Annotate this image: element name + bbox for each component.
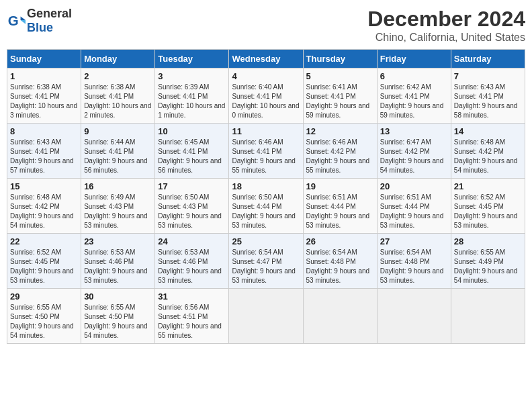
day-number: 15	[10, 181, 78, 191]
calendar-week-5: 29Sunrise: 6:55 AMSunset: 4:50 PMDayligh…	[7, 289, 525, 344]
day-detail: Sunrise: 6:51 AMSunset: 4:44 PMDaylight:…	[380, 193, 448, 230]
day-number: 23	[84, 236, 152, 246]
day-number: 11	[232, 126, 300, 136]
day-detail: Sunrise: 6:39 AMSunset: 4:41 PMDaylight:…	[158, 83, 226, 120]
calendar-header-row: SundayMondayTuesdayWednesdayThursdayFrid…	[7, 50, 525, 68]
day-detail: Sunrise: 6:54 AMSunset: 4:48 PMDaylight:…	[380, 248, 448, 285]
day-number: 27	[380, 236, 448, 246]
logo-general-text: General	[27, 7, 72, 20]
column-header-tuesday: Tuesday	[155, 50, 229, 68]
logo: G General Blue	[7, 7, 72, 35]
calendar-cell: 7Sunrise: 6:43 AMSunset: 4:41 PMDaylight…	[451, 68, 525, 124]
day-detail: Sunrise: 6:46 AMSunset: 4:41 PMDaylight:…	[232, 138, 300, 175]
month-title: December 2024	[367, 7, 525, 32]
day-detail: Sunrise: 6:50 AMSunset: 4:44 PMDaylight:…	[232, 193, 300, 230]
day-detail: Sunrise: 6:43 AMSunset: 4:41 PMDaylight:…	[454, 83, 522, 120]
day-number: 8	[10, 126, 78, 136]
day-detail: Sunrise: 6:46 AMSunset: 4:42 PMDaylight:…	[306, 138, 374, 175]
calendar-cell	[451, 289, 525, 344]
day-detail: Sunrise: 6:53 AMSunset: 4:46 PMDaylight:…	[84, 248, 152, 285]
day-detail: Sunrise: 6:48 AMSunset: 4:42 PMDaylight:…	[10, 193, 78, 230]
day-detail: Sunrise: 6:45 AMSunset: 4:41 PMDaylight:…	[158, 138, 226, 175]
calendar-cell	[303, 289, 377, 344]
calendar-cell: 5Sunrise: 6:41 AMSunset: 4:41 PMDaylight…	[303, 68, 377, 124]
day-number: 13	[380, 126, 448, 136]
svg-text:G: G	[8, 13, 19, 28]
calendar-cell: 27Sunrise: 6:54 AMSunset: 4:48 PMDayligh…	[377, 234, 451, 289]
day-detail: Sunrise: 6:50 AMSunset: 4:43 PMDaylight:…	[158, 193, 226, 230]
logo-blue-text: Blue	[27, 21, 53, 34]
day-detail: Sunrise: 6:54 AMSunset: 4:48 PMDaylight:…	[306, 248, 374, 285]
location-title: Chino, California, United States	[367, 32, 525, 44]
calendar-week-3: 15Sunrise: 6:48 AMSunset: 4:42 PMDayligh…	[7, 179, 525, 234]
day-number: 26	[306, 236, 374, 246]
day-detail: Sunrise: 6:54 AMSunset: 4:47 PMDaylight:…	[232, 248, 300, 285]
calendar-week-4: 22Sunrise: 6:52 AMSunset: 4:45 PMDayligh…	[7, 234, 525, 289]
calendar-cell: 31Sunrise: 6:56 AMSunset: 4:51 PMDayligh…	[155, 289, 229, 344]
day-number: 28	[454, 236, 522, 246]
day-number: 3	[158, 71, 226, 81]
calendar-cell: 3Sunrise: 6:39 AMSunset: 4:41 PMDaylight…	[155, 68, 229, 124]
calendar-cell: 4Sunrise: 6:40 AMSunset: 4:41 PMDaylight…	[229, 68, 303, 124]
day-number: 30	[84, 291, 152, 302]
day-number: 14	[454, 126, 522, 136]
day-detail: Sunrise: 6:40 AMSunset: 4:41 PMDaylight:…	[232, 83, 300, 120]
calendar-cell: 1Sunrise: 6:38 AMSunset: 4:41 PMDaylight…	[7, 68, 81, 124]
day-number: 6	[380, 71, 448, 81]
day-detail: Sunrise: 6:47 AMSunset: 4:42 PMDaylight:…	[380, 138, 448, 175]
day-number: 21	[454, 181, 522, 191]
calendar-cell: 10Sunrise: 6:45 AMSunset: 4:41 PMDayligh…	[155, 124, 229, 179]
calendar-cell: 21Sunrise: 6:52 AMSunset: 4:45 PMDayligh…	[451, 179, 525, 234]
day-detail: Sunrise: 6:53 AMSunset: 4:46 PMDaylight:…	[158, 248, 226, 285]
calendar-week-1: 1Sunrise: 6:38 AMSunset: 4:41 PMDaylight…	[7, 68, 525, 124]
calendar-cell: 28Sunrise: 6:55 AMSunset: 4:49 PMDayligh…	[451, 234, 525, 289]
calendar-cell: 23Sunrise: 6:53 AMSunset: 4:46 PMDayligh…	[81, 234, 155, 289]
calendar-cell: 20Sunrise: 6:51 AMSunset: 4:44 PMDayligh…	[377, 179, 451, 234]
calendar-cell: 30Sunrise: 6:55 AMSunset: 4:50 PMDayligh…	[81, 289, 155, 344]
column-header-wednesday: Wednesday	[229, 50, 303, 68]
day-number: 17	[158, 181, 226, 191]
day-number: 9	[84, 126, 152, 136]
calendar-cell: 22Sunrise: 6:52 AMSunset: 4:45 PMDayligh…	[7, 234, 81, 289]
calendar-table: SundayMondayTuesdayWednesdayThursdayFrid…	[7, 49, 525, 344]
day-number: 25	[232, 236, 300, 246]
column-header-monday: Monday	[81, 50, 155, 68]
day-number: 24	[158, 236, 226, 246]
day-number: 4	[232, 71, 300, 81]
day-detail: Sunrise: 6:43 AMSunset: 4:41 PMDaylight:…	[10, 138, 78, 175]
day-detail: Sunrise: 6:52 AMSunset: 4:45 PMDaylight:…	[454, 193, 522, 230]
column-header-saturday: Saturday	[451, 50, 525, 68]
calendar-cell: 12Sunrise: 6:46 AMSunset: 4:42 PMDayligh…	[303, 124, 377, 179]
column-header-friday: Friday	[377, 50, 451, 68]
calendar-cell: 15Sunrise: 6:48 AMSunset: 4:42 PMDayligh…	[7, 179, 81, 234]
logo-icon: G	[7, 11, 26, 30]
calendar-week-2: 8Sunrise: 6:43 AMSunset: 4:41 PMDaylight…	[7, 124, 525, 179]
svg-marker-2	[21, 20, 26, 24]
day-detail: Sunrise: 6:44 AMSunset: 4:41 PMDaylight:…	[84, 138, 152, 175]
calendar-cell: 17Sunrise: 6:50 AMSunset: 4:43 PMDayligh…	[155, 179, 229, 234]
day-number: 7	[454, 71, 522, 81]
calendar-cell: 9Sunrise: 6:44 AMSunset: 4:41 PMDaylight…	[81, 124, 155, 179]
calendar-cell: 11Sunrise: 6:46 AMSunset: 4:41 PMDayligh…	[229, 124, 303, 179]
day-number: 1	[10, 71, 78, 81]
day-number: 22	[10, 236, 78, 246]
day-detail: Sunrise: 6:55 AMSunset: 4:50 PMDaylight:…	[10, 303, 78, 340]
day-detail: Sunrise: 6:55 AMSunset: 4:50 PMDaylight:…	[84, 303, 152, 340]
calendar-cell: 8Sunrise: 6:43 AMSunset: 4:41 PMDaylight…	[7, 124, 81, 179]
calendar-cell: 13Sunrise: 6:47 AMSunset: 4:42 PMDayligh…	[377, 124, 451, 179]
calendar-cell: 24Sunrise: 6:53 AMSunset: 4:46 PMDayligh…	[155, 234, 229, 289]
day-number: 16	[84, 181, 152, 191]
day-detail: Sunrise: 6:55 AMSunset: 4:49 PMDaylight:…	[454, 248, 522, 285]
day-number: 20	[380, 181, 448, 191]
day-detail: Sunrise: 6:48 AMSunset: 4:42 PMDaylight:…	[454, 138, 522, 175]
calendar-cell: 6Sunrise: 6:42 AMSunset: 4:41 PMDaylight…	[377, 68, 451, 124]
column-header-thursday: Thursday	[303, 50, 377, 68]
svg-marker-1	[21, 16, 26, 20]
calendar-cell: 16Sunrise: 6:49 AMSunset: 4:43 PMDayligh…	[81, 179, 155, 234]
day-number: 10	[158, 126, 226, 136]
day-number: 2	[84, 71, 152, 81]
day-number: 12	[306, 126, 374, 136]
day-detail: Sunrise: 6:52 AMSunset: 4:45 PMDaylight:…	[10, 248, 78, 285]
calendar-cell: 26Sunrise: 6:54 AMSunset: 4:48 PMDayligh…	[303, 234, 377, 289]
column-header-sunday: Sunday	[7, 50, 81, 68]
